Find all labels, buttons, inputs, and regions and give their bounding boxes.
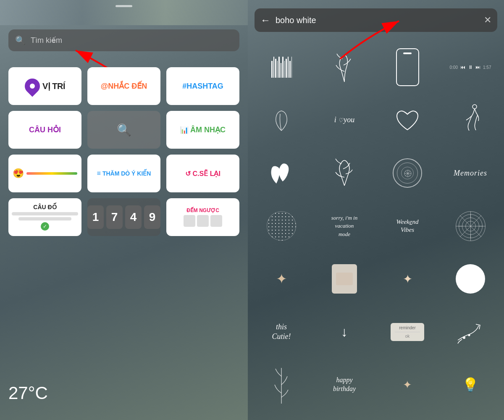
sticker-grid-left: VỊ TRÍ @NHẮC ĐẾN #HASHTAG CÂU HỎI 🔍 📊 ÂM… (8, 67, 239, 236)
demNguoc-block3 (210, 215, 222, 227)
sticker-branch-script[interactable] (314, 148, 375, 198)
clear-button[interactable]: ✕ (484, 15, 491, 26)
cauhoi-label: CÂU HỎI (29, 125, 61, 134)
memories-label: Memories (454, 169, 487, 178)
back-button[interactable]: ← (260, 14, 270, 26)
reminder-title: reminder (395, 326, 420, 330)
sticker-leaf-sm[interactable] (251, 95, 312, 145)
sticker-sorry-vacation[interactable]: sorry, i'm invacationmode (314, 201, 375, 251)
sticker-countdown[interactable]: 1 7 4 9 (87, 198, 160, 236)
sticker-grid-right: 0:00 ⏮ ⏸ ⏭ 1:57 i ♡you (251, 42, 501, 410)
prev-icon: ⏮ (460, 64, 465, 70)
cauDo-title: CÂU ĐỐ (33, 204, 56, 210)
demNguoc-block2 (197, 215, 209, 227)
sticker-light-bulb[interactable]: 💡 (440, 360, 501, 410)
sticker-music-player[interactable]: 0:00 ⏮ ⏸ ⏭ 1:57 (440, 42, 501, 92)
mandala-inner (397, 163, 418, 184)
sticker-vertical-branches[interactable] (251, 360, 312, 410)
i-love-you-text: i ♡you (334, 115, 355, 125)
temperature-sticker: 27°C (8, 383, 48, 403)
sticker-emoji-slider[interactable]: 😍 (8, 155, 81, 192)
mandala-core (401, 167, 414, 179)
sticker-note-card[interactable] (314, 254, 375, 304)
dot-circle-shape (267, 211, 296, 241)
sticker-sparkle3[interactable]: ✦ (377, 360, 438, 410)
sparkle1-icon: ✦ (276, 271, 287, 287)
time-end: 1:57 (483, 65, 491, 70)
sticker-heart-outline[interactable] (377, 95, 438, 145)
sticker-mention[interactable]: @NHẮC ĐẾN (87, 67, 160, 105)
reminder-line (395, 332, 420, 332)
sticker-memories[interactable]: Memories (440, 148, 501, 198)
hashtag-label: #HASHTAG (182, 82, 223, 91)
search-sticker-icon: 🔍 (117, 123, 131, 137)
amnhac-icon: 📊 (180, 126, 189, 134)
thamdo-label: THĂM DÒ Ý KIẾN (102, 170, 151, 177)
reminder-ok: ok (395, 334, 420, 339)
music-player-widget: 0:00 ⏮ ⏸ ⏭ 1:57 (450, 64, 491, 70)
svg-point-2 (472, 105, 477, 109)
search-icon: 🔍 (15, 35, 26, 45)
temperature-value: 27°C (8, 383, 48, 403)
digit-9: 9 (144, 205, 160, 229)
sticker-weekend-vibes[interactable]: WeekendVibes (377, 201, 438, 251)
light-bulb-icon: 💡 (462, 377, 479, 393)
sticker-sparkle1[interactable]: ✦ (251, 254, 312, 304)
sticker-barcode[interactable] (251, 42, 312, 92)
sticker-cauDo[interactable]: CÂU ĐỐ ✓ (8, 198, 81, 236)
pause-icon: ⏸ (468, 64, 473, 70)
sticker-amnhac[interactable]: 📊 ÂM NHẠC (166, 111, 239, 149)
location-label: VỊ TRÍ (42, 81, 65, 91)
sticker-search[interactable]: 🔍 (87, 111, 160, 149)
sticker-white-circle[interactable] (440, 254, 501, 304)
sticker-runner[interactable] (440, 95, 501, 145)
sticker-cauhoi[interactable]: CÂU HỎI (8, 111, 81, 149)
amnhac-label: ÂM NHẠC (190, 125, 226, 134)
slider-track[interactable] (26, 172, 77, 175)
red-arrow-right (332, 13, 416, 63)
sticker-sparkle2[interactable]: ✦ (377, 254, 438, 304)
down-arrow-icon: ↓ (341, 324, 348, 340)
weekend-vibes-text: WeekendVibes (396, 218, 419, 234)
sticker-reminder[interactable]: reminder ok (377, 307, 438, 357)
cauDo-bar1 (12, 212, 78, 215)
sticker-cseLai[interactable]: ↺ C.SẼ LẠI (166, 155, 239, 192)
left-panel: 🔍 Tìm kiếm VỊ TRÍ @NHẮC ĐẾN #HASHTAG CÂU… (0, 0, 248, 420)
cauDo-bar2 (18, 217, 71, 220)
sticker-hashtag[interactable]: #HASHTAG (166, 67, 239, 105)
note-card-shape (332, 264, 357, 294)
sticker-demNguoc[interactable]: ĐẾM NGƯỢC (166, 198, 239, 236)
drag-handle[interactable] (116, 5, 132, 7)
digit-1: 1 (87, 205, 104, 229)
mandala-outer (393, 158, 422, 188)
sticker-down-arrow[interactable]: ↓ (314, 307, 375, 357)
cauDo-check-icon: ✓ (41, 222, 49, 231)
right-panel: ← boho white ✕ (248, 0, 504, 420)
location-pin-icon (21, 76, 43, 97)
sparkle3-icon: ✦ (403, 378, 412, 391)
demNguoc-label: ĐẾM NGƯỢC (186, 207, 219, 213)
sticker-dot-circle[interactable] (251, 201, 312, 251)
sticker-this-cutie[interactable]: thisCutie! (251, 307, 312, 357)
sparkle2-icon: ✦ (403, 272, 412, 286)
thamdo-icon: ≡ (97, 170, 101, 177)
svg-point-8 (463, 336, 465, 339)
note-card-image (336, 273, 353, 285)
sticker-mandala[interactable] (377, 148, 438, 198)
emoji-face-icon: 😍 (13, 168, 24, 179)
sorry-vacation-text: sorry, i'm invacationmode (331, 214, 357, 239)
this-cutie-text: thisCutie! (272, 322, 291, 342)
background-image (0, 0, 248, 25)
sticker-mandala2[interactable] (440, 201, 501, 251)
sticker-location[interactable]: VỊ TRÍ (8, 67, 81, 105)
sticker-thamdo[interactable]: ≡ THĂM DÒ Ý KIẾN (87, 155, 160, 192)
sticker-happy-birthday[interactable]: happybirthday (314, 360, 375, 410)
next-icon: ⏭ (475, 64, 480, 70)
cseLai-label: ↺ C.SẼ LẠI (185, 170, 220, 178)
digit-7: 7 (106, 205, 123, 229)
reminder-box-shape: reminder ok (391, 323, 424, 341)
sticker-leaves-big[interactable] (251, 148, 312, 198)
sticker-i-love-you[interactable]: i ♡you (314, 95, 375, 145)
svg-point-9 (468, 334, 470, 336)
sticker-branch-arrow[interactable] (440, 307, 501, 357)
